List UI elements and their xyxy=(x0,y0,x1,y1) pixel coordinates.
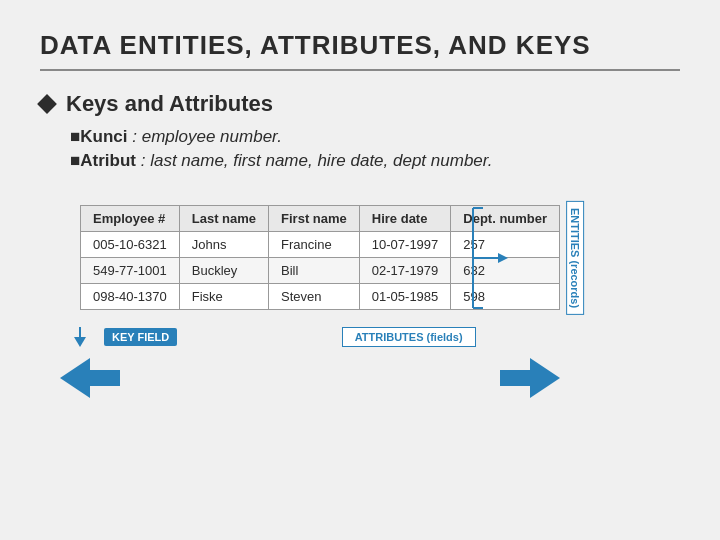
section-heading: Keys and Attributes xyxy=(40,91,680,117)
table-outer-wrapper: Employee # Last name First name Hire dat… xyxy=(60,195,640,398)
key-field-badge: KEY FIELD xyxy=(104,328,177,346)
slide: DATA ENTITIES, ATTRIBUTES, AND KEYS Keys… xyxy=(0,0,720,540)
entities-records-area: ENTITIES (records) xyxy=(468,205,632,310)
cell: 005-10-6321 xyxy=(81,232,180,258)
key-field-area: KEY FIELD xyxy=(60,322,177,352)
cell: Bill xyxy=(269,258,360,284)
diamond-icon xyxy=(37,94,57,114)
svg-marker-4 xyxy=(498,253,508,263)
svg-marker-8 xyxy=(500,358,560,398)
table-container: Employee # Last name First name Hire dat… xyxy=(80,205,560,310)
big-arrow-right-svg xyxy=(500,358,560,398)
svg-marker-7 xyxy=(60,358,120,398)
bullet-kunci: ■Kunci : employee number. xyxy=(70,127,680,147)
col-lastname: Last name xyxy=(179,206,268,232)
col-hiredate: Hire date xyxy=(359,206,451,232)
cell: 549-77-1001 xyxy=(81,258,180,284)
attributes-area: ATTRIBUTES (fields) xyxy=(177,327,640,347)
entities-bracket-svg xyxy=(468,203,538,313)
cell: Johns xyxy=(179,232,268,258)
svg-marker-6 xyxy=(74,337,86,347)
slide-title: DATA ENTITIES, ATTRIBUTES, AND KEYS xyxy=(40,30,680,71)
cell: 01-05-1985 xyxy=(359,284,451,310)
entities-records-label: ENTITIES (records) xyxy=(566,200,584,314)
bullet-atribut: ■Atribut : last name, first name, hire d… xyxy=(70,151,680,171)
bullet-block: ■Kunci : employee number. ■Atribut : las… xyxy=(70,127,680,171)
attributes-label: ATTRIBUTES (fields) xyxy=(342,327,476,347)
bottom-annotations: KEY FIELD ATTRIBUTES (fields) xyxy=(60,322,640,352)
cell: 02-17-1979 xyxy=(359,258,451,284)
cell: Fiske xyxy=(179,284,268,310)
cell: 098-40-1370 xyxy=(81,284,180,310)
cell: Francine xyxy=(269,232,360,258)
big-arrows-row xyxy=(60,358,640,398)
big-arrow-left-svg xyxy=(60,358,120,398)
cell: Steven xyxy=(269,284,360,310)
cell: 10-07-1997 xyxy=(359,232,451,258)
col-employee: Employee # xyxy=(81,206,180,232)
cell: Buckley xyxy=(179,258,268,284)
key-field-arrow-svg xyxy=(60,322,100,352)
col-firstname: First name xyxy=(269,206,360,232)
